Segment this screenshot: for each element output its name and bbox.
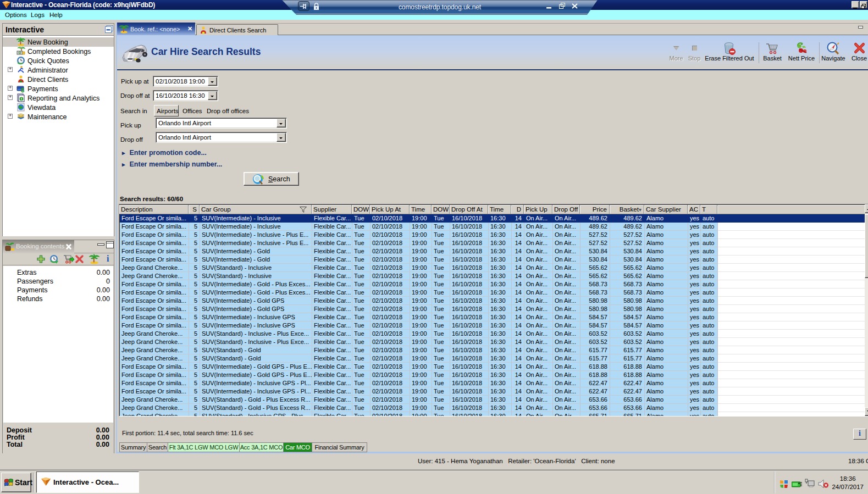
svg-text:$: $ — [21, 87, 24, 93]
